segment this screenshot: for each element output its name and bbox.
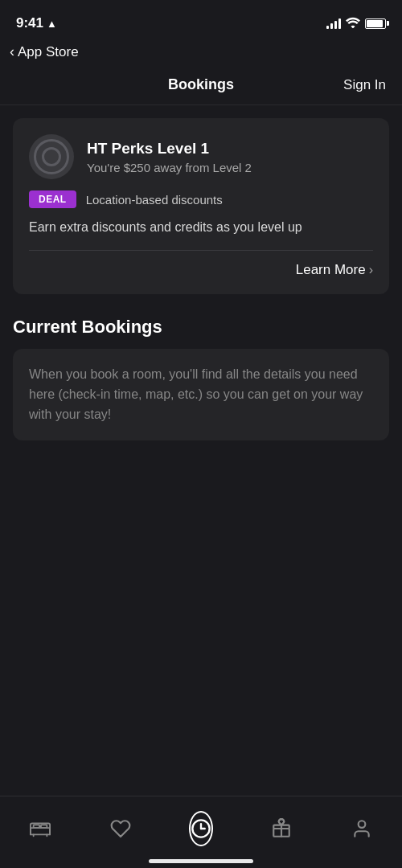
- back-arrow-icon: ‹: [10, 43, 14, 60]
- home-indicator: [149, 859, 253, 863]
- main-content: HT Perks Level 1 You're $250 away from L…: [0, 105, 402, 521]
- header: Bookings Sign In: [0, 67, 402, 105]
- battery-icon: [365, 18, 386, 29]
- learn-more-row: Learn More ›: [29, 262, 373, 278]
- sign-in-button[interactable]: Sign In: [343, 77, 386, 93]
- app-store-nav[interactable]: ‹ App Store: [0, 40, 402, 67]
- location-icon: ▲: [47, 18, 57, 30]
- tab-beds[interactable]: [0, 817, 80, 840]
- signal-bars: [326, 18, 341, 29]
- deal-badge: DEAL: [29, 190, 76, 208]
- perks-divider: [29, 250, 373, 251]
- avatar-ring: [34, 139, 69, 174]
- status-bar: 9:41 ▲: [0, 0, 402, 40]
- perks-card: HT Perks Level 1 You're $250 away from L…: [13, 118, 389, 294]
- status-right: [326, 17, 386, 31]
- svg-rect-0: [31, 828, 50, 834]
- bookings-icon: [190, 817, 212, 840]
- signal-bar-3: [334, 21, 337, 29]
- wifi-icon: [346, 17, 360, 31]
- tab-favorites[interactable]: [80, 817, 161, 840]
- page-title: Bookings: [168, 76, 234, 93]
- empty-bookings-text: When you book a room, you'll find all th…: [29, 365, 373, 424]
- section-title: Current Bookings: [13, 317, 389, 338]
- app-store-label: App Store: [18, 44, 79, 60]
- avatar-inner: [42, 147, 61, 166]
- tab-account[interactable]: [322, 817, 402, 840]
- learn-more-label: Learn More: [296, 262, 366, 278]
- avatar: [29, 134, 74, 179]
- perks-level-subtitle: You're $250 away from Level 2: [87, 161, 252, 174]
- perks-badge-row: DEAL Location-based discounts: [29, 190, 373, 208]
- svg-rect-3: [34, 825, 39, 828]
- signal-bar-4: [338, 18, 341, 29]
- perks-header: HT Perks Level 1 You're $250 away from L…: [29, 134, 373, 179]
- signal-bar-2: [330, 23, 333, 29]
- tab-bookings[interactable]: [161, 817, 241, 840]
- current-bookings-section: Current Bookings When you book a room, y…: [13, 317, 389, 440]
- chevron-right-icon: ›: [369, 263, 373, 277]
- svg-rect-4: [41, 825, 47, 828]
- tab-bar: [0, 796, 402, 868]
- svg-point-13: [359, 821, 366, 828]
- status-time: 9:41: [16, 15, 43, 31]
- badge-description: Location-based discounts: [86, 193, 223, 207]
- battery-fill: [367, 20, 383, 27]
- tab-offers[interactable]: [241, 817, 322, 840]
- status-left: 9:41 ▲: [16, 15, 57, 31]
- learn-more-button[interactable]: Learn More ›: [296, 262, 373, 278]
- signal-bar-1: [326, 26, 329, 29]
- bookings-icon-circle: [189, 811, 213, 846]
- person-icon: [351, 817, 373, 840]
- perks-level-title: HT Perks Level 1: [87, 140, 252, 158]
- heart-icon: [109, 817, 132, 840]
- bed-icon: [29, 817, 51, 840]
- perks-description: Earn extra discounts and credits as you …: [29, 218, 373, 237]
- perks-title-section: HT Perks Level 1 You're $250 away from L…: [87, 140, 252, 174]
- gift-icon: [270, 817, 293, 840]
- empty-bookings-card: When you book a room, you'll find all th…: [13, 349, 389, 440]
